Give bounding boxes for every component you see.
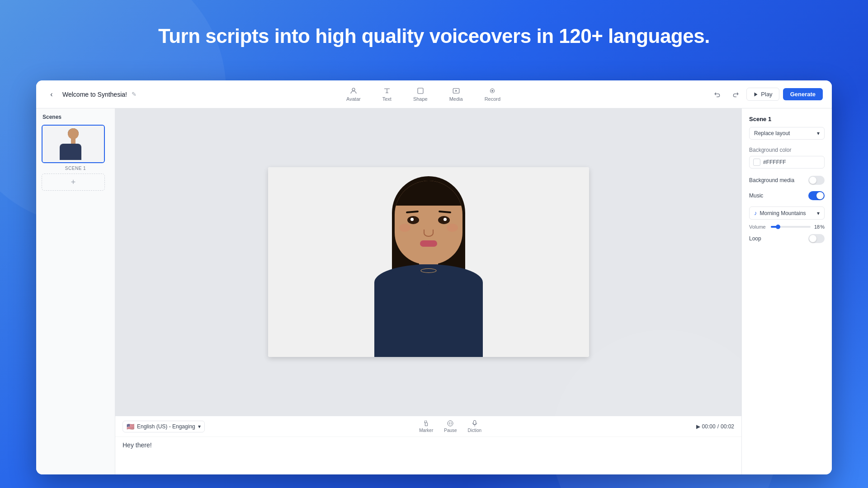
undo-icon xyxy=(714,91,721,98)
redo-button[interactable] xyxy=(728,87,743,102)
scene-1-label: SCENE 1 xyxy=(42,166,109,171)
loop-label: Loop xyxy=(749,235,761,242)
script-tool-pause[interactable]: Pause xyxy=(444,420,457,433)
text-icon xyxy=(383,87,391,95)
layout-dropdown[interactable]: Replace layout ▾ xyxy=(749,127,825,140)
time-display: ▶ 00:00 / 00:02 xyxy=(696,423,734,430)
music-track-selector[interactable]: ♪ Morning Mountains ▾ xyxy=(749,206,825,220)
color-swatch xyxy=(753,159,760,166)
volume-unit: % xyxy=(820,224,825,230)
scene-title: Scene 1 xyxy=(749,116,825,122)
music-dropdown-arrow: ▾ xyxy=(817,210,820,216)
volume-row: Volume 18 % xyxy=(749,224,825,230)
generate-button[interactable]: Generate xyxy=(783,88,823,100)
tool-text[interactable]: Text xyxy=(379,85,395,103)
music-note-icon: ♪ xyxy=(754,210,757,216)
layout-label: Replace layout xyxy=(754,130,790,136)
play-label: Play xyxy=(761,91,772,98)
main-content: Scenes SCENE 1 + xyxy=(36,108,832,474)
tool-media-label: Media xyxy=(449,96,463,102)
shape-icon xyxy=(416,87,425,95)
play-button[interactable]: Play xyxy=(746,88,779,101)
edit-icon[interactable]: ✎ xyxy=(132,91,137,98)
script-text: Hey there! xyxy=(123,441,152,449)
tool-record-label: Record xyxy=(485,96,500,102)
music-track-name: Morning Mountains xyxy=(760,210,815,216)
canvas-viewport xyxy=(115,108,741,416)
scene-thumb-inner xyxy=(42,126,104,162)
language-dropdown-icon: ▾ xyxy=(198,423,201,430)
tool-media[interactable]: Media xyxy=(446,85,467,103)
play-time-icon[interactable]: ▶ xyxy=(696,423,700,430)
undo-button[interactable] xyxy=(710,87,725,102)
add-scene-button[interactable]: + xyxy=(42,174,105,191)
color-value: #FFFFFF xyxy=(763,159,786,165)
back-button[interactable]: ‹ xyxy=(45,88,58,101)
canvas-area: 🇺🇸 English (US) - Engaging ▾ M xyxy=(115,108,741,474)
pause-icon xyxy=(447,420,454,427)
script-tools: Marker Pause xyxy=(216,420,685,433)
time-total: 00:02 xyxy=(721,423,734,430)
canvas-frame[interactable] xyxy=(268,167,589,357)
script-content-area[interactable]: Hey there! xyxy=(115,437,741,474)
volume-value: 18 xyxy=(814,224,820,230)
scenes-label: Scenes xyxy=(42,114,109,120)
app-window: ‹ Welcome to Synthesia! ✎ Avatar Text xyxy=(36,80,832,474)
svg-marker-5 xyxy=(755,92,758,96)
media-icon xyxy=(452,87,460,95)
volume-knob[interactable] xyxy=(776,225,780,229)
avatar-container xyxy=(268,167,589,357)
bg-media-row: Background media xyxy=(749,176,825,185)
svg-rect-1 xyxy=(418,88,423,94)
tool-avatar-label: Avatar xyxy=(346,96,361,102)
volume-percentage: 18 % xyxy=(814,224,825,230)
tool-shape[interactable]: Shape xyxy=(410,85,431,103)
script-tool-marker[interactable]: Marker xyxy=(419,420,433,433)
language-selector[interactable]: 🇺🇸 English (US) - Engaging ▾ xyxy=(123,421,205,432)
pause-label: Pause xyxy=(444,428,457,433)
scene-avatar-preview xyxy=(60,128,87,160)
toolbar: ‹ Welcome to Synthesia! ✎ Avatar Text xyxy=(36,80,832,108)
marker-icon xyxy=(423,420,430,427)
loop-row: Loop xyxy=(749,234,825,243)
svg-point-0 xyxy=(352,88,355,91)
volume-label: Volume xyxy=(749,224,767,230)
marker-label: Marker xyxy=(419,428,433,433)
redo-icon xyxy=(732,91,739,98)
loop-toggle[interactable] xyxy=(808,234,825,243)
music-toggle[interactable] xyxy=(808,191,825,200)
bg-color-input[interactable]: #FFFFFF xyxy=(749,156,825,169)
time-current: 00:00 xyxy=(702,423,716,430)
bg-media-label: Background media xyxy=(749,177,794,183)
toolbar-center: Avatar Text Shape xyxy=(137,85,710,103)
diction-icon xyxy=(471,420,478,427)
avatar-icon xyxy=(349,87,358,95)
toolbar-right: Play Generate xyxy=(710,87,823,102)
avatar-figure xyxy=(370,176,487,348)
volume-track[interactable] xyxy=(771,226,811,228)
language-label: English (US) - Engaging xyxy=(137,423,195,430)
music-label: Music xyxy=(749,192,763,199)
script-area: 🇺🇸 English (US) - Engaging ▾ M xyxy=(115,416,741,474)
scene-1-thumbnail[interactable] xyxy=(42,125,105,163)
record-icon xyxy=(488,87,496,95)
script-toolbar: 🇺🇸 English (US) - Engaging ▾ M xyxy=(115,416,741,437)
time-separator: / xyxy=(717,423,719,430)
music-row: Music xyxy=(749,191,825,200)
bg-color-label: Background color xyxy=(749,147,825,153)
tool-avatar[interactable]: Avatar xyxy=(343,85,364,103)
bg-media-toggle[interactable] xyxy=(808,176,825,185)
right-panel: Scene 1 Replace layout ▾ Background colo… xyxy=(741,108,832,474)
svg-point-4 xyxy=(492,90,494,92)
toolbar-left: ‹ Welcome to Synthesia! ✎ xyxy=(45,88,137,101)
tool-record[interactable]: Record xyxy=(481,85,504,103)
svg-point-7 xyxy=(448,421,453,426)
flag-icon: 🇺🇸 xyxy=(127,423,134,430)
tool-shape-label: Shape xyxy=(413,96,428,102)
script-tool-diction[interactable]: Diction xyxy=(468,420,482,433)
project-title: Welcome to Synthesia! xyxy=(62,91,127,98)
tool-text-label: Text xyxy=(382,96,392,102)
diction-label: Diction xyxy=(468,428,482,433)
play-icon xyxy=(753,92,759,97)
scenes-panel: Scenes SCENE 1 + xyxy=(36,108,115,474)
